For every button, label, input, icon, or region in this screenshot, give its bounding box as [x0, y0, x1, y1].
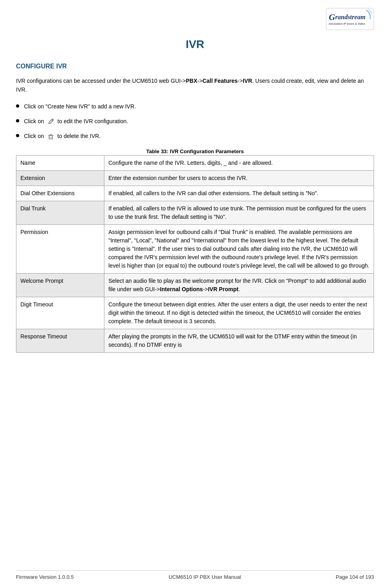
footer-firmware: Firmware Version 1.0.0.5	[16, 574, 74, 580]
param-name-welcome-prompt: Welcome Prompt	[16, 273, 104, 297]
param-desc-response-timeout: After playing the prompts in the IVR, th…	[104, 329, 374, 352]
param-desc-name: Configure the name of the IVR. Letters, …	[104, 155, 374, 170]
logo-brand: G randstream Innovative IP Voice & Video	[328, 8, 372, 30]
intro-bold-pbx: PBX	[186, 78, 198, 84]
param-name-name: Name	[16, 155, 104, 170]
bullet-dot-1	[16, 104, 19, 108]
intro-paragraph: IVR configurations can be accessed under…	[16, 76, 374, 94]
trash-icon	[47, 133, 54, 140]
param-desc-digit-timeout: Configure the timeout between digit entr…	[104, 297, 374, 329]
intro-bold-call-features: Call Features	[202, 78, 238, 84]
param-name-digit-timeout: Digit Timeout	[16, 297, 104, 329]
bullet-create: Click on "Create New IVR" to add a new I…	[16, 102, 374, 111]
bullet-dot-2	[16, 119, 19, 122]
bullet-delete: Click on to delete the IVR.	[16, 132, 374, 140]
table-row: Welcome Prompt Select an audio file to p…	[16, 273, 374, 297]
svg-rect-3	[49, 135, 52, 139]
bullet-edit: Click on to edit the IVR configuration.	[16, 117, 374, 126]
logo: G randstream Innovative IP Voice & Video	[326, 8, 374, 30]
table-row: Extension Enter the extension number for…	[16, 170, 374, 186]
footer-page-number: Page 104 of 193	[336, 574, 374, 580]
intro-text-3: ->	[238, 78, 243, 84]
param-desc-permission: Assign permission level for outbound cal…	[104, 224, 374, 273]
param-name-dial-trunk: Dial Trunk	[16, 201, 104, 224]
intro-text-2: ->	[197, 78, 202, 84]
bullet-edit-text: Click on to edit the IVR configuration.	[24, 117, 128, 126]
table-row: Response Timeout After playing the promp…	[16, 329, 374, 352]
intro-bold-ivr: IVR	[243, 78, 252, 84]
table-row: Digit Timeout Configure the timeout betw…	[16, 297, 374, 329]
table-caption: Table 33: IVR Configuration Parameters	[16, 148, 374, 154]
table-row: Dial Trunk If enabled, all callers to th…	[16, 201, 374, 224]
page-footer: Firmware Version 1.0.0.5 UCM6510 IP PBX …	[16, 570, 374, 580]
table-row: Permission Assign permission level for o…	[16, 224, 374, 273]
bullet-dot-3	[16, 134, 19, 137]
page-title: IVR	[16, 38, 374, 51]
bold-ivr-prompt: IVR Prompt	[208, 286, 238, 292]
param-name-dial-other: Dial Other Extensions	[16, 186, 104, 201]
svg-text:G: G	[329, 12, 335, 22]
footer-manual-title: UCM6510 IP PBX User Manual	[168, 574, 241, 580]
svg-text:randstream: randstream	[335, 14, 366, 20]
pencil-icon	[47, 118, 54, 125]
config-table: Name Configure the name of the IVR. Lett…	[16, 155, 374, 353]
action-bullets: Click on "Create New IVR" to add a new I…	[16, 102, 374, 140]
table-row: Dial Other Extensions If enabled, all ca…	[16, 186, 374, 201]
param-desc-dial-trunk: If enabled, all callers to the IVR is al…	[104, 201, 374, 224]
param-name-response-timeout: Response Timeout	[16, 329, 104, 352]
param-name-extension: Extension	[16, 170, 104, 186]
param-desc-dial-other: If enabled, all callers to the IVR can d…	[104, 186, 374, 201]
bullet-create-text: Click on "Create New IVR" to add a new I…	[24, 102, 136, 111]
table-row: Name Configure the name of the IVR. Lett…	[16, 155, 374, 170]
intro-text-1: IVR configurations can be accessed under…	[16, 78, 186, 84]
param-name-permission: Permission	[16, 224, 104, 273]
svg-text:Innovative IP Voice & Video: Innovative IP Voice & Video	[329, 22, 366, 25]
logo-area: G randstream Innovative IP Voice & Video	[16, 8, 374, 30]
bold-internal-options: Internal Options	[160, 286, 203, 292]
param-desc-welcome-prompt: Select an audio file to play as the welc…	[104, 273, 374, 297]
bullet-delete-text: Click on to delete the IVR.	[24, 132, 101, 140]
section-heading: CONFIGURE IVR	[16, 63, 374, 70]
param-desc-extension: Enter the extension number for users to …	[104, 170, 374, 186]
